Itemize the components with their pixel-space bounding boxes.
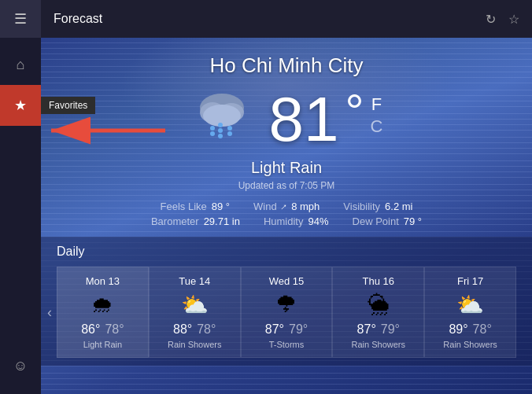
detail-row-1: Feels Like 89 ° Wind ↑ 8 mph Visibility … [161, 201, 413, 212]
temperature-value: 81 [269, 88, 339, 151]
weather-details: Feels Like 89 ° Wind ↑ 8 mph Visibility … [57, 201, 516, 227]
daily-scroll: ‹ Mon 13 🌧 86° 78° Light Rain Tue 14 ⛅ 8… [57, 267, 516, 358]
svg-point-12 [227, 131, 232, 136]
wind-value: 8 mph [291, 201, 320, 212]
daily-title: Daily [57, 245, 516, 259]
daily-high-temp: 87° [265, 322, 284, 337]
sidebar-item-feedback[interactable]: ☺ [0, 345, 41, 386]
daily-condition: Rain Showers [339, 340, 417, 349]
feels-like-label: Feels Like [161, 201, 207, 212]
scroll-left-button[interactable]: ‹ [47, 304, 52, 321]
daily-temps: 87° 79° [339, 322, 417, 337]
wind-arrow-icon: ↑ [278, 201, 290, 212]
current-weather-icon [190, 86, 253, 153]
temperature-block: 81 ° F C [269, 88, 383, 151]
barometer-label: Barometer [151, 215, 199, 227]
humidity-label: Humidity [264, 215, 304, 227]
daily-low-temp: 79° [381, 322, 400, 337]
daily-low-temp: 78° [473, 322, 492, 337]
daily-high-temp: 88° [173, 322, 192, 337]
svg-point-8 [218, 123, 223, 127]
home-icon: ⌂ [17, 57, 25, 73]
smiley-icon: ☺ [13, 358, 28, 374]
condition-label: Light Rain [57, 159, 516, 177]
daily-condition: Rain Showers [431, 340, 509, 349]
daily-day-label: Mon 13 [64, 275, 142, 287]
feels-like: Feels Like 89 ° [161, 201, 231, 212]
daily-weather-icon: ⛅ [431, 292, 509, 318]
weather-container: Ho Chi Minh City [41, 38, 532, 394]
daily-condition: Rain Showers [156, 340, 234, 349]
daily-day-label: Fri 17 [431, 275, 509, 287]
daily-day-label: Wed 15 [248, 275, 326, 287]
arrow-indicator [43, 116, 169, 148]
daily-card[interactable]: Wed 15 🌩 87° 79° T-Storms [241, 267, 333, 358]
svg-point-11 [227, 126, 232, 131]
daily-weather-icon: 🌦 [339, 292, 417, 318]
visibility-value: 6.2 mi [385, 201, 412, 212]
daily-day-label: Tue 14 [156, 275, 234, 287]
dew-point: Dew Point 79 ° [353, 215, 423, 227]
wind: Wind ↑ 8 mph [253, 201, 320, 212]
daily-high-temp: 86° [81, 322, 100, 337]
daily-weather-icon: ⛅ [156, 292, 234, 318]
degree-symbol: ° [345, 88, 364, 135]
titlebar-actions: ↻ ☆ [486, 12, 519, 27]
main-content: Forecast ↻ ☆ Ho Chi Minh City [41, 0, 532, 394]
daily-weather-icon: 🌧 [64, 292, 142, 318]
detail-row-2: Barometer 29.71 in Humidity 94% Dew Poin… [151, 215, 422, 227]
svg-point-10 [218, 134, 223, 138]
titlebar: Forecast ↻ ☆ [41, 0, 532, 38]
daily-low-temp: 78° [197, 322, 216, 337]
sidebar-item-home[interactable]: ⌂ [0, 44, 41, 85]
humidity-value: 94% [308, 215, 328, 227]
dew-point-value: 79 ° [404, 215, 422, 227]
daily-condition: Light Rain [64, 340, 142, 349]
daily-low-temp: 79° [289, 322, 308, 337]
svg-point-9 [218, 128, 223, 133]
daily-card[interactable]: Fri 17 ⛅ 89° 78° Rain Showers [424, 267, 516, 358]
star-icon: ★ [14, 97, 27, 114]
daily-low-temp: 78° [105, 322, 124, 337]
unit-fahrenheit[interactable]: F [371, 94, 383, 115]
daily-temps: 89° 78° [431, 322, 509, 337]
daily-card[interactable]: Mon 13 🌧 86° 78° Light Rain [57, 267, 149, 358]
daily-card[interactable]: Thu 16 🌦 87° 79° Rain Showers [332, 267, 424, 358]
visibility: Visibility 6.2 mi [343, 201, 412, 212]
barometer: Barometer 29.71 in [151, 215, 240, 227]
humidity: Humidity 94% [264, 215, 329, 227]
daily-temps: 88° 78° [156, 322, 234, 337]
unit-celsius[interactable]: C [371, 116, 383, 137]
svg-point-7 [210, 131, 215, 136]
daily-high-temp: 87° [357, 322, 376, 337]
sidebar-item-favorites[interactable]: ★ Favorites [0, 85, 41, 126]
daily-high-temp: 89° [449, 322, 467, 337]
menu-button[interactable]: ☰ [0, 0, 41, 38]
daily-condition: T-Storms [248, 340, 326, 349]
city-name: Ho Chi Minh City [57, 53, 516, 78]
daily-card[interactable]: Tue 14 ⛅ 88° 78° Rain Showers [149, 267, 241, 358]
dew-point-label: Dew Point [353, 215, 399, 227]
unit-block: F C [371, 88, 383, 138]
refresh-button[interactable]: ↻ [486, 12, 496, 27]
sidebar: ☰ ⌂ ★ Favorites ☺ [0, 0, 41, 394]
daily-section: Daily ‹ Mon 13 🌧 86° 78° Light Rain Tue … [41, 237, 532, 366]
daily-temps: 87° 79° [248, 322, 326, 337]
barometer-value: 29.71 in [204, 215, 240, 227]
updated-text: Updated as of 7:05 PM [57, 180, 516, 191]
daily-weather-icon: 🌩 [248, 292, 326, 318]
daily-day-label: Thu 16 [339, 275, 417, 287]
daily-cards: Mon 13 🌧 86° 78° Light Rain Tue 14 ⛅ 88°… [57, 267, 516, 358]
visibility-label: Visibility [343, 201, 380, 212]
daily-temps: 86° 78° [64, 322, 142, 337]
favorite-button[interactable]: ☆ [508, 12, 519, 27]
svg-point-6 [210, 126, 215, 131]
app-title: Forecast [54, 12, 486, 26]
wind-label: Wind [253, 201, 277, 212]
feels-like-value: 89 ° [212, 201, 230, 212]
menu-icon: ☰ [14, 10, 27, 28]
